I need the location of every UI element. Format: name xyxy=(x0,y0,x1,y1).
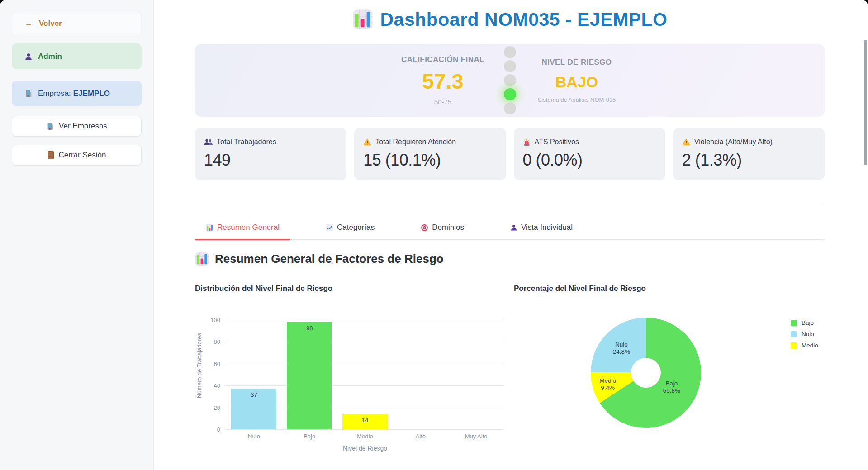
metric-label: Violencia (Alto/Muy Alto) xyxy=(694,138,773,146)
legend-label: Medio xyxy=(802,342,818,349)
admin-user-chip[interactable]: Admin xyxy=(12,43,142,69)
ver-empresas-label: Ver Empresas xyxy=(59,122,107,131)
calificacion-block: CALIFICACIÓN FINAL 57.3 50-75 xyxy=(397,55,489,106)
app-header: Dashboard NOM035 - EJEMPLO xyxy=(195,6,825,33)
person-icon xyxy=(24,52,33,61)
page-title: Dashboard NOM035 - EJEMPLO xyxy=(380,9,668,30)
gridline xyxy=(226,429,504,430)
bar-chart-bars: 379814 xyxy=(226,298,504,429)
tab-label: Dominios xyxy=(432,223,464,232)
chart-increasing-icon xyxy=(326,224,333,232)
section-divider xyxy=(195,205,825,205)
bar-value-label: 14 xyxy=(362,417,368,429)
x-tick-label: Bajo xyxy=(282,433,337,440)
metric-cards: Total Trabajadores 149 Total Requieren A… xyxy=(195,128,825,180)
y-tick-label: 80 xyxy=(195,338,220,345)
charts-row: Distribución del Nivel Final de Riesgo N… xyxy=(195,284,825,455)
y-tick-label: 0 xyxy=(195,426,220,433)
tab-dominios[interactable]: Dominios xyxy=(410,223,475,239)
metric-value: 15 (10.1%) xyxy=(363,151,497,170)
section-header: Resumen General de Factores de Riesgo xyxy=(195,252,825,266)
calificacion-range: 50-75 xyxy=(397,98,489,106)
bar-value-label: 98 xyxy=(306,325,313,429)
people-icon xyxy=(204,138,213,146)
sidebar: ← Volver Admin Empresa:EJEMPLO Ver Empre… xyxy=(0,0,154,470)
admin-label: Admin xyxy=(38,52,62,61)
nivel-label: NIVEL DE RIESGO xyxy=(531,58,623,67)
siren-icon xyxy=(523,138,531,146)
traffic-light-inactive xyxy=(504,74,516,86)
pie-slice-label: Medio9.4% xyxy=(599,377,616,391)
traffic-light xyxy=(504,46,516,114)
tab-vista-individual[interactable]: Vista Individual xyxy=(499,223,583,239)
metric-value: 2 (1.3%) xyxy=(682,151,816,170)
metric-card-violencia: Violencia (Alto/Muy Alto) 2 (1.3%) xyxy=(673,128,825,180)
tab-label: Vista Individual xyxy=(521,223,573,232)
door-icon xyxy=(47,151,54,159)
volver-label: Volver xyxy=(39,19,62,28)
empresa-label: Empresa:EJEMPLO xyxy=(38,89,110,98)
bar-slot: 37 xyxy=(226,389,282,429)
ver-empresas-button[interactable]: Ver Empresas xyxy=(12,116,142,137)
donut-chart: Bajo65.8%Medio9.4%Nulo24.8% xyxy=(583,309,709,436)
nivel-value: BAJO xyxy=(531,73,623,91)
pie-slice-label: Bajo65.8% xyxy=(663,380,680,394)
traffic-light-inactive xyxy=(504,102,516,114)
warning-icon xyxy=(363,138,371,146)
metric-label: Total Trabajadores xyxy=(217,138,276,146)
metric-label: Total Requieren Atención xyxy=(375,138,456,146)
tab-resumen-general[interactable]: Resumen General xyxy=(195,223,290,239)
bar-slot: 98 xyxy=(282,322,337,429)
cerrar-sesion-button[interactable]: Cerrar Sesión xyxy=(12,145,142,166)
calificacion-label: CALIFICACIÓN FINAL xyxy=(397,55,489,64)
y-tick-label: 20 xyxy=(195,404,220,411)
x-tick-label: Medio xyxy=(337,433,393,440)
metric-card-total-trabajadores: Total Trabajadores 149 xyxy=(195,128,346,180)
cerrar-sesion-label: Cerrar Sesión xyxy=(59,151,106,160)
pie-chart-panel: Porcentaje del Nivel Final de Riesgo Baj… xyxy=(514,284,825,455)
calificacion-value: 57.3 xyxy=(397,69,489,94)
person-icon xyxy=(510,224,517,231)
vertical-scrollbar-thumb[interactable] xyxy=(864,40,867,165)
y-tick-label: 100 xyxy=(195,317,220,323)
section-title: Resumen General de Factores de Riesgo xyxy=(215,252,444,266)
bar-slot: 14 xyxy=(337,414,393,429)
legend-item-bajo: Bajo xyxy=(791,319,818,326)
metric-label: ATS Positivos xyxy=(535,138,579,146)
tab-categorias[interactable]: Categorías xyxy=(315,223,385,239)
tab-label: Resumen General xyxy=(217,223,280,232)
empresa-chip[interactable]: Empresa:EJEMPLO xyxy=(12,81,142,106)
volver-button[interactable]: ← Volver xyxy=(12,12,142,35)
y-tick-label: 40 xyxy=(195,382,220,389)
tab-bar: Resumen General Categorías Dominios Vist… xyxy=(195,223,825,240)
legend-swatch xyxy=(791,342,797,349)
x-tick-label: Alto xyxy=(393,433,448,440)
bar-medio: 14 xyxy=(342,414,388,429)
traffic-light-active xyxy=(504,88,516,100)
traffic-light-inactive xyxy=(504,60,516,72)
building-icon xyxy=(24,90,33,98)
bar-chart-x-labels: NuloBajoMedioAltoMuy Alto xyxy=(226,433,504,440)
legend-label: Nulo xyxy=(802,331,814,337)
legend-item-nulo: Nulo xyxy=(791,331,818,337)
tab-label: Categorías xyxy=(337,223,375,232)
pie-chart-legend: BajoNuloMedio xyxy=(791,319,818,353)
metric-card-requieren-atencion: Total Requieren Atención 15 (10.1%) xyxy=(354,128,506,180)
legend-label: Bajo xyxy=(802,319,814,326)
x-tick-label: Nulo xyxy=(226,433,282,440)
legend-swatch xyxy=(791,320,797,326)
bar-chart-x-axis-title: Nivel de Riesgo xyxy=(226,445,504,452)
nivel-subtitle: Sistema de Análisis NOM-035 xyxy=(531,96,623,103)
bar-chart-panel: Distribución del Nivel Final de Riesgo N… xyxy=(195,284,504,455)
bar-chart-icon xyxy=(195,252,209,266)
legend-swatch xyxy=(791,331,797,337)
main-content: Dashboard NOM035 - EJEMPLO CALIFICACIÓN … xyxy=(154,0,868,470)
bar-bajo: 98 xyxy=(287,322,332,429)
traffic-light-inactive xyxy=(504,46,516,58)
legend-item-medio: Medio xyxy=(791,342,818,349)
bar-nulo: 37 xyxy=(231,389,276,429)
bar-chart-icon xyxy=(206,224,213,232)
bar-chart-canvas: Número de Trabajadores 379814 NuloBajoMe… xyxy=(195,298,504,455)
metric-value: 0 (0.0%) xyxy=(523,151,656,170)
dashboard-page: ← Volver Admin Empresa:EJEMPLO Ver Empre… xyxy=(0,0,868,470)
